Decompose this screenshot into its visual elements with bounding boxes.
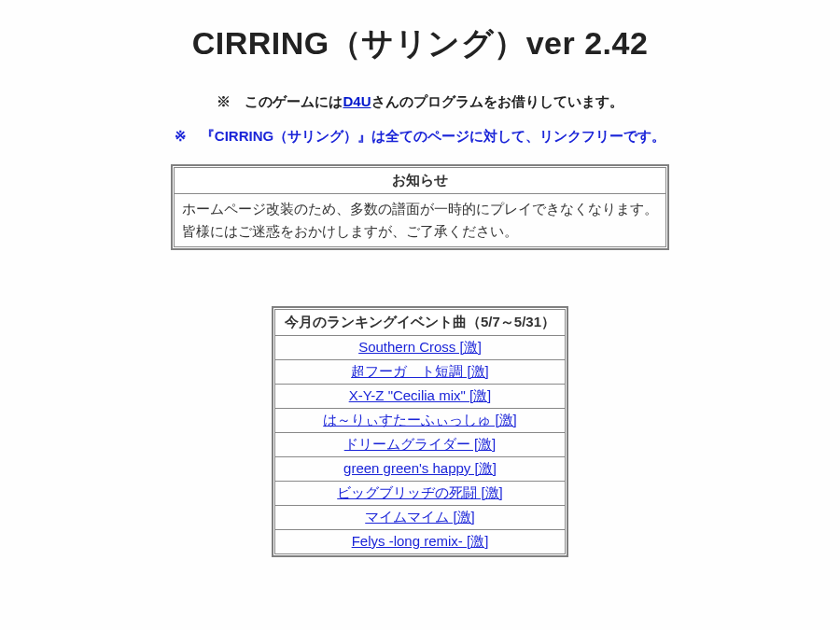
announce-table-outer: お知らせ ホームページ改装のため、多数の譜面が一時的にプレイできなくなります。 …: [171, 164, 669, 250]
ranking-song-link[interactable]: 超フーガ ト短調 [激]: [351, 363, 489, 379]
ranking-song-link[interactable]: は～りぃすたーふぃっしゅ [激]: [323, 412, 517, 427]
ranking-song-link[interactable]: green green's happy [激]: [343, 460, 497, 476]
ranking-song-link[interactable]: X-Y-Z "Cecilia mix" [激]: [349, 387, 492, 403]
ranking-song-link[interactable]: ビッグブリッヂの死闘 [激]: [337, 484, 503, 500]
credit-prefix: ※ このゲームには: [217, 93, 343, 109]
announce-body: ホームページ改装のため、多数の譜面が一時的にプレイできなくなります。 皆様にはご…: [175, 194, 666, 247]
ranking-row: Southern Cross [激]: [274, 336, 565, 360]
ranking-table-outer: 今月のランキングイベント曲（5/7～5/31） Southern Cross […: [272, 306, 568, 557]
ranking-song-link[interactable]: Felys -long remix- [激]: [352, 533, 489, 549]
ranking-row: green green's happy [激]: [274, 457, 565, 482]
ranking-row: Felys -long remix- [激]: [274, 530, 565, 554]
page-title: CIRRING（サリング）ver 2.42: [0, 22, 840, 65]
ranking-row: マイムマイム [激]: [274, 506, 565, 530]
d4u-link[interactable]: D4U: [343, 93, 371, 109]
ranking-heading: 今月のランキングイベント曲（5/7～5/31）: [274, 310, 565, 336]
ranking-song-link[interactable]: ドリームグライダー [激]: [344, 436, 497, 452]
credit-suffix: さんのプログラムをお借りしています。: [371, 93, 623, 109]
ranking-song-link[interactable]: Southern Cross [激]: [358, 339, 482, 355]
credit-notice: ※ このゲームにはD4Uさんのプログラムをお借りしています。: [0, 93, 840, 111]
announce-line1: ホームページ改装のため、多数の譜面が一時的にプレイできなくなります。: [182, 201, 658, 217]
ranking-row: 超フーガ ト短調 [激]: [274, 360, 565, 385]
ranking-song-link[interactable]: マイムマイム [激]: [365, 509, 475, 525]
ranking-row: X-Y-Z "Cecilia mix" [激]: [274, 385, 565, 409]
ranking-table: 今月のランキングイベント曲（5/7～5/31） Southern Cross […: [274, 309, 566, 554]
linkfree-notice: ※ 『CIRRING（サリング）』は全てのページに対して、リンクフリーです。: [0, 128, 840, 146]
ranking-row: ドリームグライダー [激]: [274, 433, 565, 457]
ranking-row: は～りぃすたーふぃっしゅ [激]: [274, 409, 565, 433]
announce-line2: 皆様にはご迷惑をおかけしますが、ご了承ください。: [182, 223, 518, 239]
ranking-row: ビッグブリッヂの死闘 [激]: [274, 482, 565, 506]
announce-heading: お知らせ: [175, 168, 666, 194]
announce-table: お知らせ ホームページ改装のため、多数の譜面が一時的にプレイできなくなります。 …: [174, 167, 666, 247]
